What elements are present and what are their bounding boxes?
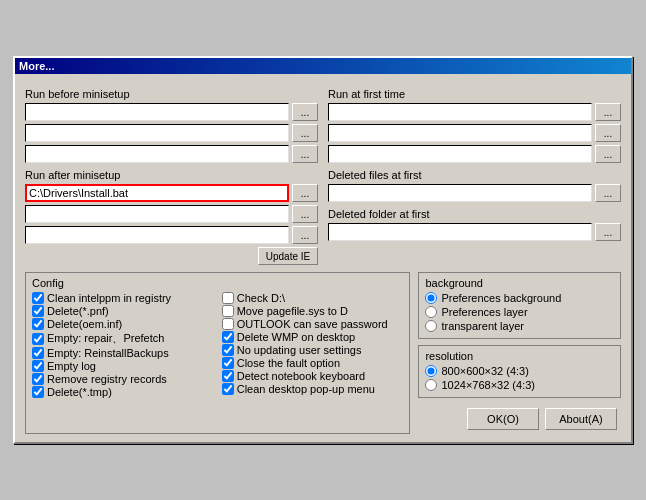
config-col1-checkbox-3[interactable] (32, 333, 44, 345)
run-before-label: Run before minisetup (25, 88, 318, 100)
run-first-row-3: ... (328, 145, 621, 163)
config-col1-item-3: Empty: repair、Prefetch (32, 331, 214, 346)
resolution-title: resolution (425, 350, 614, 362)
right-col: Run at first time ... ... ... Deleted fi… (328, 82, 621, 268)
run-before-input-2[interactable] (25, 124, 289, 142)
resolution-radios: 800×600×32 (4:3)1024×768×32 (4:3) (425, 365, 614, 391)
config-box: Config Clean intelppm in registryDelete(… (25, 272, 410, 434)
config-col1-item-4: Empty: ReinstallBackups (32, 347, 214, 359)
config-col2-label-2: OUTLOOK can save password (237, 318, 388, 330)
config-col1-label-5: Empty log (47, 360, 96, 372)
resolution-radio-1[interactable] (425, 379, 437, 391)
config-col2-checkbox-3[interactable] (222, 331, 234, 343)
main-window: More... Run before minisetup ... ... ... (13, 56, 633, 444)
resolution-radio-item-0: 800×600×32 (4:3) (425, 365, 614, 377)
background-title: background (425, 277, 614, 289)
run-first-input-1[interactable] (328, 103, 592, 121)
config-col1-label-6: Remove registry records (47, 373, 167, 385)
deleted-folder-input[interactable] (328, 223, 592, 241)
deleted-folder-row: ... (328, 223, 621, 241)
run-first-row-2: ... (328, 124, 621, 142)
background-radio-label-2: transparent layer (441, 320, 524, 332)
bottom-buttons: OK(O) About(A) (418, 404, 621, 434)
config-col2-checkbox-2[interactable] (222, 318, 234, 330)
run-before-btn-1[interactable]: ... (292, 103, 318, 121)
run-after-input-1[interactable] (25, 184, 289, 202)
right-panel: background Preferences backgroundPrefere… (418, 272, 621, 434)
deleted-files-input[interactable] (328, 184, 592, 202)
resolution-radio-0[interactable] (425, 365, 437, 377)
config-col1-checkbox-0[interactable] (32, 292, 44, 304)
config-col1-checkbox-7[interactable] (32, 386, 44, 398)
run-after-row-2: ... (25, 205, 318, 223)
config-col-1: Clean intelppm in registryDelete(*.pnf)D… (32, 292, 214, 399)
run-first-btn-3[interactable]: ... (595, 145, 621, 163)
config-col1-label-7: Delete(*.tmp) (47, 386, 112, 398)
background-radio-0[interactable] (425, 292, 437, 304)
config-col1-label-3: Empty: repair、Prefetch (47, 331, 164, 346)
config-col1-checkbox-6[interactable] (32, 373, 44, 385)
deleted-files-btn[interactable]: ... (595, 184, 621, 202)
about-button[interactable]: About(A) (545, 408, 617, 430)
run-after-row-1: ... (25, 184, 318, 202)
background-radio-label-0: Preferences background (441, 292, 561, 304)
run-after-label: Run after minisetup (25, 169, 318, 181)
config-col1-label-0: Clean intelppm in registry (47, 292, 171, 304)
config-col2-item-3: Delete WMP on desktop (222, 331, 404, 343)
config-col1-checkbox-4[interactable] (32, 347, 44, 359)
config-col1-checkbox-2[interactable] (32, 318, 44, 330)
run-after-row-3: ... (25, 226, 318, 244)
ok-button[interactable]: OK(O) (467, 408, 539, 430)
run-before-input-1[interactable] (25, 103, 289, 121)
config-col2-label-5: Close the fault option (237, 357, 340, 369)
left-col: Run before minisetup ... ... ... Run aft… (25, 82, 318, 268)
background-radio-2[interactable] (425, 320, 437, 332)
config-col1-item-7: Delete(*.tmp) (32, 386, 214, 398)
run-before-row-2: ... (25, 124, 318, 142)
resolution-radio-label-1: 1024×768×32 (4:3) (441, 379, 535, 391)
config-col2-checkbox-4[interactable] (222, 344, 234, 356)
config-col1-checkbox-5[interactable] (32, 360, 44, 372)
deleted-folder-btn[interactable]: ... (595, 223, 621, 241)
run-first-label: Run at first time (328, 88, 621, 100)
run-after-input-3[interactable] (25, 226, 289, 244)
run-before-btn-2[interactable]: ... (292, 124, 318, 142)
bottom-section: Config Clean intelppm in registryDelete(… (25, 272, 621, 434)
background-radio-label-1: Preferences layer (441, 306, 527, 318)
run-after-input-2[interactable] (25, 205, 289, 223)
config-col1-item-5: Empty log (32, 360, 214, 372)
top-section: Run before minisetup ... ... ... Run aft… (25, 82, 621, 268)
title-bar: More... (15, 58, 631, 74)
run-after-btn-1[interactable]: ... (292, 184, 318, 202)
run-after-btn-2[interactable]: ... (292, 205, 318, 223)
config-col1-label-2: Delete(oem.inf) (47, 318, 122, 330)
background-radio-item-0: Preferences background (425, 292, 614, 304)
config-col2-checkbox-0[interactable] (222, 292, 234, 304)
config-col2-checkbox-5[interactable] (222, 357, 234, 369)
run-first-btn-2[interactable]: ... (595, 124, 621, 142)
run-before-btn-3[interactable]: ... (292, 145, 318, 163)
config-col2-item-2: OUTLOOK can save password (222, 318, 404, 330)
config-col2-label-6: Detect notebook keyboard (237, 370, 365, 382)
background-box: background Preferences backgroundPrefere… (418, 272, 621, 339)
deleted-folder-label: Deleted folder at first (328, 208, 621, 220)
run-first-btn-1[interactable]: ... (595, 103, 621, 121)
config-col1-item-1: Delete(*.pnf) (32, 305, 214, 317)
background-radio-item-2: transparent layer (425, 320, 614, 332)
update-ie-button[interactable]: Update IE (258, 247, 318, 265)
config-col1-checkbox-1[interactable] (32, 305, 44, 317)
run-first-input-3[interactable] (328, 145, 592, 163)
config-col2-item-6: Detect notebook keyboard (222, 370, 404, 382)
run-before-input-3[interactable] (25, 145, 289, 163)
config-col2-checkbox-7[interactable] (222, 383, 234, 395)
run-after-btn-3[interactable]: ... (292, 226, 318, 244)
config-col1-item-6: Remove registry records (32, 373, 214, 385)
config-col2-item-4: No updating user settings (222, 344, 404, 356)
config-col1-item-2: Delete(oem.inf) (32, 318, 214, 330)
config-col2-item-0: Check D:\ (222, 292, 404, 304)
config-col2-checkbox-6[interactable] (222, 370, 234, 382)
background-radio-1[interactable] (425, 306, 437, 318)
config-col2-checkbox-1[interactable] (222, 305, 234, 317)
run-first-input-2[interactable] (328, 124, 592, 142)
config-col2-label-7: Clean desktop pop-up menu (237, 383, 375, 395)
